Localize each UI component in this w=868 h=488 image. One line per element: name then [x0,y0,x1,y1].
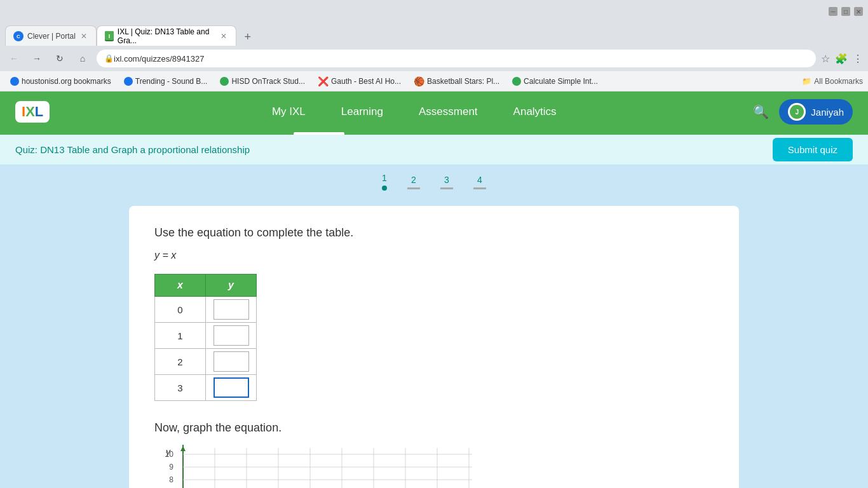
address-input[interactable]: 🔒 ixl.com/quizzes/8941327 [97,50,816,67]
progress-num-3: 3 [444,175,449,185]
bookmark-calculate[interactable]: Calculate Simple Int... [507,76,603,87]
bookmark-calculate-label: Calculate Simple Int... [524,77,598,86]
y-label-8: 8 [169,475,173,484]
nav-my-ixl[interactable]: My IXL [267,103,311,121]
table-input-y-2[interactable] [214,351,249,372]
bookmark-trending-label: Trending - Sound B... [135,77,208,86]
tab-clever[interactable]: C Clever | Portal ✕ [5,25,97,46]
gauth-icon: ❌ [318,76,329,86]
ixl-header: IXL My IXL Learning Assessment Analytics… [0,92,868,132]
table-cell-y-1 [206,323,257,349]
table-cell-x-3: 3 [155,375,206,401]
table-header-x: x [155,274,206,297]
search-icon[interactable]: 🔍 [753,104,769,119]
svg-text:I: I [109,33,111,39]
nav-assessment[interactable]: Assessment [414,103,483,121]
equation-display: y = x [154,250,714,261]
folder-icon: 📁 [802,77,811,86]
address-bar: ← → ↻ ⌂ 🔒 ixl.com/quizzes/8941327 ☆ 🧩 ⋮ [0,46,868,71]
tab-ixl[interactable]: I IXL | Quiz: DN13 Table and Gra... ✕ [97,25,236,46]
progress-item-3[interactable]: 3 [440,175,453,189]
coordinate-graph[interactable]: y [154,445,485,488]
basketball-icon: 🏀 [414,76,424,86]
bookmark-basketball-label: Basketball Stars: Pl... [427,77,499,86]
quiz-card: Use the equation to complete the table. … [129,206,739,488]
tabs-bar: C Clever | Portal ✕ I IXL | Quiz: DN13 T… [0,23,868,46]
nav-learning[interactable]: Learning [336,103,388,121]
progress-item-2[interactable]: 2 [407,175,420,189]
ixl-favicon: I [105,31,114,41]
houstonisd-icon [10,77,19,86]
user-button[interactable]: J Janiyah [779,99,853,125]
forward-button[interactable]: → [28,50,46,67]
all-bookmarks-label: All Bookmarks [814,77,863,86]
ixl-nav: My IXL Learning Assessment Analytics [75,103,753,121]
bookmark-hisd-label: HISD OnTrack Stud... [231,77,305,86]
ixl-header-right: 🔍 J Janiyah [753,99,853,125]
question-text: Use the equation to complete the table. [154,226,714,240]
user-avatar-inner: J [790,105,804,119]
minimize-button[interactable]: ─ [829,7,837,16]
graph-prompt: Now, graph the equation. [154,421,714,435]
user-avatar: J [788,103,806,121]
trending-icon [124,77,133,86]
all-bookmarks-button[interactable]: 📁 All Bookmarks [802,77,863,86]
progress-dash-4 [473,187,486,189]
browser-chrome: ─ □ ✕ C Clever | Portal ✕ I IXL | Quiz: … [0,0,868,92]
progress-dash-3 [440,187,453,189]
calculate-icon [512,77,521,86]
proportion-table: x y 0 1 2 [154,274,257,401]
ixl-logo-l: L [35,104,43,119]
table-row-0: 0 [155,297,257,323]
window-controls[interactable]: ─ □ ✕ [829,7,863,16]
reload-button[interactable]: ↻ [51,50,69,67]
home-button[interactable]: ⌂ [74,50,92,67]
table-row-1: 1 [155,323,257,349]
bookmark-basketball[interactable]: 🏀 Basketball Stars: Pl... [409,75,505,88]
extensions-icon[interactable]: 🧩 [835,53,848,65]
ixl-logo-text: IXL [22,104,43,120]
address-url: ixl.com/quizzes/8941327 [114,54,204,64]
nav-analytics[interactable]: Analytics [508,103,562,121]
new-tab-button[interactable]: + [239,28,257,46]
close-button[interactable]: ✕ [854,7,863,16]
bookmark-trending[interactable]: Trending - Sound B... [119,76,213,87]
bookmarks-bar: houstonisd.org bookmarks Trending - Soun… [0,71,868,92]
table-input-y-0[interactable] [214,299,249,320]
address-right: ☆ 🧩 ⋮ [821,53,863,65]
bookmark-star-icon[interactable]: ☆ [821,53,830,65]
table-cell-y-0 [206,297,257,323]
y-label-10: 10 [165,450,174,459]
bookmark-hisd[interactable]: HISD OnTrack Stud... [215,76,310,87]
svg-text:C: C [17,34,20,39]
clever-favicon: C [13,31,24,41]
quiz-progress: 1 2 3 4 [0,165,868,196]
tab-clever-title: Clever | Portal [27,32,76,41]
bookmark-houstonisd[interactable]: houstonisd.org bookmarks [5,76,116,87]
ixl-logo[interactable]: IXL [15,101,50,123]
hisd-icon [220,77,229,86]
tab-ixl-close[interactable]: ✕ [219,30,228,42]
quiz-bar: Quiz: DN13 Table and Graph a proportiona… [0,135,868,165]
graph-area[interactable]: y [154,445,714,488]
table-input-y-1[interactable] [214,325,249,346]
progress-item-4[interactable]: 4 [473,175,486,189]
bookmark-gauth[interactable]: ❌ Gauth - Best AI Ho... [313,75,406,88]
back-button[interactable]: ← [5,50,23,67]
nav-active-indicator [294,132,344,135]
nav-indicator-bar [0,132,868,135]
tab-ixl-title: IXL | Quiz: DN13 Table and Gra... [118,27,215,45]
table-row-2: 2 [155,349,257,375]
equation-text: y = x [154,250,176,261]
menu-icon[interactable]: ⋮ [853,53,863,65]
maximize-button[interactable]: □ [841,7,850,16]
submit-quiz-button[interactable]: Submit quiz [773,138,853,161]
tab-clever-close[interactable]: ✕ [79,30,88,42]
table-cell-y-3 [206,375,257,401]
bookmark-houstonisd-label: houstonisd.org bookmarks [22,77,111,86]
table-header-y: y [206,274,257,297]
user-name: Janiyah [811,107,844,118]
progress-item-1[interactable]: 1 [382,173,387,191]
progress-num-2: 2 [411,175,416,185]
table-input-y-3[interactable] [214,377,249,398]
